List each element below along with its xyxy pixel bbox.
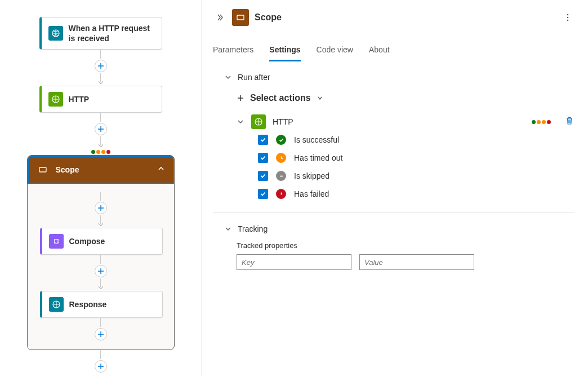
connector — [0, 113, 201, 155]
tracked-key-input[interactable] — [237, 254, 351, 270]
collapse-panel-button[interactable] — [213, 11, 226, 24]
select-actions-label: Select actions — [250, 93, 311, 103]
runafter-header[interactable]: Run after — [224, 73, 574, 82]
scope-icon — [37, 163, 49, 176]
http-label: HTTP — [69, 94, 90, 104]
compose-node[interactable]: Compose — [40, 228, 163, 255]
more-menu-button[interactable] — [561, 11, 574, 24]
connector — [95, 318, 107, 342]
run-after-status-dots — [532, 120, 551, 124]
tab-about[interactable]: About — [369, 45, 390, 61]
chevron-down-icon — [224, 225, 232, 233]
condition-label: Has failed — [294, 189, 329, 198]
runafter-action-item: HTTP Is successful — [224, 108, 574, 201]
compose-label: Compose — [69, 236, 105, 246]
tracked-properties-label: Tracked properties — [237, 241, 574, 250]
tracked-value-input[interactable] — [359, 254, 474, 270]
scope-icon — [232, 9, 249, 26]
runafter-title: Run after — [238, 73, 270, 82]
http-node[interactable]: HTTP — [39, 86, 162, 113]
panel-header: Scope — [213, 7, 574, 30]
compose-icon — [49, 234, 64, 249]
trigger-node[interactable]: When a HTTP request is received — [39, 17, 162, 50]
checkbox[interactable] — [258, 189, 268, 199]
runafter-section: Run after Select actions HTTP — [213, 61, 574, 213]
connector — [95, 192, 107, 228]
condition-label: Is successful — [294, 135, 339, 144]
delete-button[interactable] — [564, 116, 574, 128]
http-request-icon — [48, 26, 63, 41]
scope-label: Scope — [56, 165, 150, 175]
checkbox[interactable] — [258, 135, 268, 145]
condition-label: Has timed out — [294, 153, 342, 162]
clock-icon — [276, 153, 286, 163]
add-step-button[interactable] — [95, 123, 107, 135]
connector — [95, 255, 107, 291]
svg-rect-2 — [39, 167, 46, 172]
svg-point-5 — [567, 14, 569, 16]
scope-header[interactable]: Scope — [28, 156, 174, 184]
connector — [0, 350, 201, 374]
response-node[interactable]: Response — [40, 291, 163, 318]
tab-parameters[interactable]: Parameters — [213, 45, 253, 61]
run-after-status-dots — [91, 150, 110, 154]
checkbox[interactable] — [258, 171, 268, 181]
condition-skipped: Is skipped — [258, 171, 574, 181]
plus-icon — [237, 94, 244, 102]
add-step-button[interactable] — [95, 202, 107, 214]
svg-point-6 — [567, 17, 569, 19]
svg-point-7 — [567, 20, 569, 21]
chevron-down-icon — [224, 73, 232, 81]
chevron-down-icon[interactable] — [237, 118, 244, 126]
chevron-up-icon — [157, 165, 165, 175]
condition-failed: Has failed — [258, 189, 574, 199]
details-panel: Scope Parameters Settings Code view Abou… — [202, 0, 588, 376]
trigger-label: When a HTTP request is received — [69, 23, 155, 43]
tracking-section: Tracking Tracked properties — [213, 213, 574, 293]
panel-title: Scope — [255, 12, 555, 23]
condition-success: Is successful — [258, 135, 574, 145]
workflow-canvas[interactable]: When a HTTP request is received HTTP — [0, 0, 202, 376]
condition-label: Is skipped — [294, 171, 329, 180]
tracking-title: Tracking — [238, 224, 268, 233]
minus-icon — [276, 171, 286, 181]
response-icon — [49, 297, 64, 312]
tracking-header[interactable]: Tracking — [224, 224, 574, 233]
http-icon — [48, 92, 63, 107]
success-icon — [276, 135, 286, 145]
tab-settings[interactable]: Settings — [269, 45, 300, 61]
add-step-button[interactable] — [95, 360, 107, 373]
add-step-button[interactable] — [95, 60, 107, 72]
tab-codeview[interactable]: Code view — [317, 45, 353, 61]
runafter-action-label: HTTP — [273, 117, 525, 126]
tabs: Parameters Settings Code view About — [213, 30, 574, 61]
add-step-button[interactable] — [95, 328, 107, 340]
checkbox[interactable] — [258, 153, 268, 163]
add-step-button[interactable] — [95, 265, 107, 277]
response-label: Response — [69, 299, 107, 309]
error-icon — [276, 189, 286, 199]
scope-container: Scope Compose — [27, 155, 175, 350]
http-icon — [251, 114, 266, 129]
chevron-down-icon — [317, 95, 323, 101]
condition-timeout: Has timed out — [258, 153, 574, 163]
select-actions-button[interactable]: Select actions — [224, 82, 574, 108]
svg-rect-4 — [237, 15, 244, 20]
connector — [0, 50, 201, 86]
